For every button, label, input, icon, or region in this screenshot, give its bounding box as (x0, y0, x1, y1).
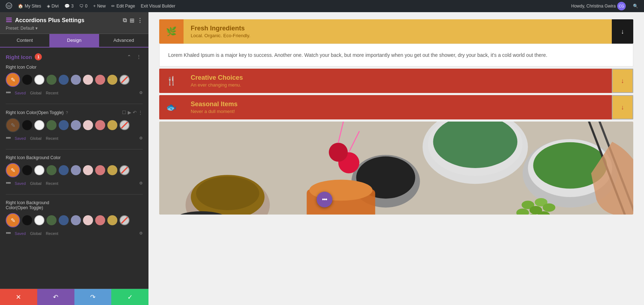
new-menu[interactable]: + New (90, 0, 108, 12)
accordion-header-fresh[interactable]: 🌿 Fresh Ingredients Local. Organic. Eco-… (159, 19, 633, 44)
accordion-item-fresh: 🌿 Fresh Ingredients Local. Organic. Eco-… (159, 19, 633, 67)
bg-recent-link[interactable]: Recent (46, 181, 58, 186)
bg-open-saved-link[interactable]: Saved (15, 231, 26, 236)
collapse-icon[interactable]: ⌃ (126, 53, 133, 60)
bg-color-swatch-navy[interactable] (59, 165, 69, 175)
bg-open-global-link[interactable]: Global (30, 231, 42, 236)
color-swatch-white[interactable] (34, 75, 44, 85)
accordion-header-creative[interactable]: 🍴 Creative Choices An ever changing menu… (159, 69, 633, 93)
color-swatch-lavender[interactable] (71, 75, 81, 85)
my-sites-menu[interactable]: 🏠 My Sites (15, 0, 44, 12)
bg-open-recent-link[interactable]: Recent (46, 231, 58, 236)
bg-open-color-swatch-black[interactable] (22, 215, 32, 225)
more-swatches-open-icon[interactable]: ••• (6, 134, 10, 142)
color-swatch-open-navy[interactable] (59, 120, 69, 130)
help-icon[interactable]: ? (66, 110, 68, 115)
bg-open-color-swatch-rose[interactable] (95, 215, 105, 225)
panel-minimize-icon[interactable]: ⧉ (123, 17, 127, 24)
more-bg-open-swatches-icon[interactable]: ••• (6, 230, 10, 237)
bg-open-color-swatch-lavender[interactable] (71, 215, 81, 225)
bg-color-swatch-white[interactable] (34, 165, 44, 175)
bg-color-swatch-rose[interactable] (95, 165, 105, 175)
bg-open-color-swatch-darkgreen[interactable] (47, 215, 57, 225)
color-swatch-none[interactable] (119, 75, 130, 85)
accordion-header-seasonal[interactable]: 🐟 Seasonal Items Never a dull moment! ↓ (159, 95, 633, 119)
more-bg-swatches-icon[interactable]: ••• (6, 179, 10, 187)
more-swatches-icon[interactable]: ••• (6, 89, 10, 97)
comments-menu[interactable]: 💬 3 (62, 0, 77, 12)
color-swatch-rose[interactable] (95, 75, 105, 85)
color-swatch-open-rose[interactable] (95, 120, 105, 130)
exit-builder-btn[interactable]: Exit Visual Builder (138, 0, 178, 12)
saved-link[interactable]: Saved (15, 91, 26, 95)
bg-color-swatch-none[interactable] (119, 165, 130, 175)
bg-open-color-settings-icon[interactable]: ⚙ (139, 231, 143, 236)
comments-zero[interactable]: 🗨 0 (77, 0, 91, 12)
cancel-button[interactable]: ✕ (0, 289, 37, 305)
color-swatch-gold[interactable] (107, 75, 117, 85)
tab-content[interactable]: Content (0, 34, 49, 48)
desktop-icon[interactable]: ☐ (122, 110, 126, 115)
bg-color-swatch-black[interactable] (22, 165, 32, 175)
more-icon[interactable]: ⋮ (138, 110, 143, 115)
color-settings-icon[interactable]: ⚙ (139, 90, 143, 95)
panel-menu-icon[interactable]: ⋮ (137, 17, 143, 24)
divi-menu[interactable]: ◈ Divi (44, 0, 62, 12)
color-picker-open-main[interactable]: ✎ (6, 118, 20, 132)
color-swatch-open-lavender[interactable] (71, 120, 81, 130)
color-swatch-open-gold[interactable] (107, 120, 117, 130)
accordion-toggle-creative[interactable]: ↓ (612, 69, 633, 93)
color-swatch-open-white[interactable] (34, 120, 44, 130)
accordion-toggle-seasonal[interactable]: ↓ (612, 95, 633, 119)
color-swatch-darkgreen[interactable] (47, 75, 57, 85)
bg-color-picker-main[interactable]: ✎ (6, 163, 20, 177)
right-icon-color-meta: ••• Saved Global Recent ⚙ (6, 89, 143, 97)
panel-grid-icon[interactable]: ⊞ (130, 17, 134, 24)
bg-open-color-swatch-gold[interactable] (107, 215, 117, 225)
bg-open-color-swatch-lightpink[interactable] (83, 215, 93, 225)
accordion-subtitle-fresh: Local. Organic. Eco-Friendly. (191, 33, 605, 38)
edit-page-btn[interactable]: ✏ Edit Page (108, 0, 138, 12)
saved-open-link[interactable]: Saved (15, 136, 26, 141)
color-swatch-navy[interactable] (59, 75, 69, 85)
color-swatch-open-lightpink[interactable] (83, 120, 93, 130)
global-open-link[interactable]: Global (30, 136, 42, 141)
bg-saved-link[interactable]: Saved (15, 181, 26, 186)
wp-logo[interactable]: W (3, 0, 15, 12)
bg-color-settings-icon[interactable]: ⚙ (139, 181, 143, 186)
pointer-icon[interactable]: ▶ (128, 110, 131, 115)
bg-open-color-swatch-white[interactable] (34, 215, 44, 225)
bg-color-swatch-gold[interactable] (107, 165, 117, 175)
bg-color-swatch-darkgreen[interactable] (47, 165, 57, 175)
tab-design[interactable]: Design (49, 34, 99, 48)
color-swatch-open-none[interactable] (119, 120, 130, 130)
tab-advanced[interactable]: Advanced (99, 34, 148, 48)
bg-open-color-swatch-navy[interactable] (59, 215, 69, 225)
right-icon-bg-color-swatches: ✎ (6, 163, 143, 177)
color-swatch-open-darkgreen[interactable] (47, 120, 57, 130)
settings-panel: Accordions Plus Settings ⧉ ⊞ ⋮ Preset: D… (0, 12, 148, 305)
accordion-toggle-fresh[interactable]: ↓ (612, 19, 633, 44)
search-btn[interactable]: 🔍 (630, 0, 641, 12)
color-swatch-black[interactable] (22, 75, 32, 85)
howdy-user[interactable]: Howdy, Christina Gwira CG (569, 0, 629, 12)
global-link[interactable]: Global (30, 91, 42, 95)
bg-color-swatch-lavender[interactable] (71, 165, 81, 175)
color-open-settings-icon[interactable]: ⚙ (139, 136, 143, 141)
reset-icon[interactable]: ↶ (133, 110, 137, 115)
color-picker-main[interactable]: ✎ (6, 73, 20, 87)
color-swatch-lightpink[interactable] (83, 75, 93, 85)
recent-open-link[interactable]: Recent (46, 136, 58, 141)
recent-link[interactable]: Recent (46, 91, 58, 95)
redo-button[interactable]: ↷ (74, 289, 112, 305)
bg-open-color-swatch-none[interactable] (119, 215, 130, 225)
right-icon-bg-color-control: Right Icon Background Color ✎ ••• S (6, 155, 143, 187)
bg-color-swatch-lightpink[interactable] (83, 165, 93, 175)
preset-selector[interactable]: Preset: Default ▾ (6, 26, 143, 31)
undo-button[interactable]: ↶ (37, 289, 74, 305)
confirm-button[interactable]: ✓ (111, 289, 148, 305)
color-swatch-open-black[interactable] (22, 120, 32, 130)
bg-open-color-picker-main[interactable]: ✎ (6, 213, 20, 227)
bg-global-link[interactable]: Global (30, 181, 42, 186)
section-more-icon[interactable]: ⋮ (135, 53, 143, 60)
